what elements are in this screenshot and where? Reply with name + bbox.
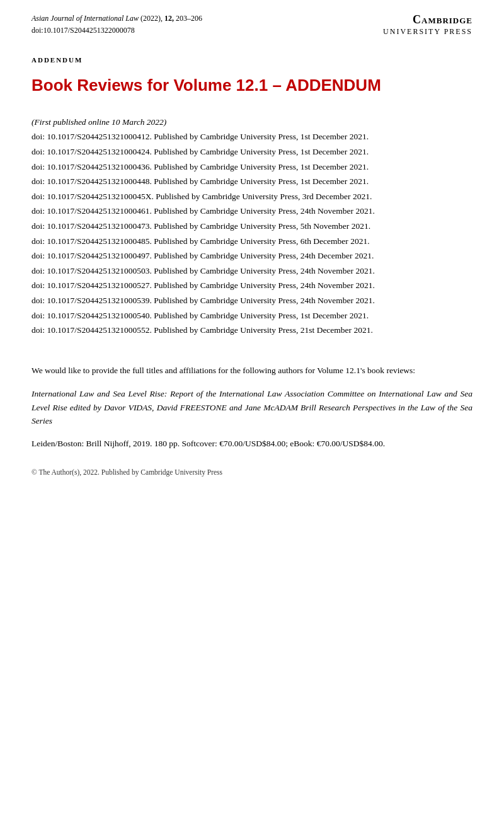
doi-entry-7: doi: 10.1017/S2044251321000473. Publishe… bbox=[32, 219, 472, 233]
journal-title: Asian Journal of International Law (2022… bbox=[32, 14, 202, 23]
footer: © The Author(s), 2022. Published by Camb… bbox=[32, 462, 472, 476]
doi-entry-10: doi: 10.1017/S2044251321000503. Publishe… bbox=[32, 264, 472, 278]
doi-entry-4: doi: 10.1017/S2044251321000448. Publishe… bbox=[32, 175, 472, 188]
header-left: Asian Journal of International Law (2022… bbox=[32, 13, 202, 37]
doi-entry-2: doi: 10.1017/S2044251321000424. Publishe… bbox=[32, 145, 472, 159]
first-published: (First published online 10 March 2022) bbox=[32, 115, 472, 129]
doi-entry-8: doi: 10.1017/S2044251321000485. Publishe… bbox=[32, 234, 472, 248]
section-label: ADDENDUM bbox=[32, 56, 472, 64]
doi-entry-12: doi: 10.1017/S2044251321000539. Publishe… bbox=[32, 294, 472, 308]
doi-list: doi: 10.1017/S2044251321000412. Publishe… bbox=[32, 130, 472, 337]
publication-info: (First published online 10 March 2022) d… bbox=[32, 115, 472, 337]
doi-entry-9: doi: 10.1017/S2044251321000497. Publishe… bbox=[32, 249, 472, 263]
page: Asian Journal of International Law (2022… bbox=[0, 0, 504, 489]
doi-entry-11: doi: 10.1017/S2044251321000527. Publishe… bbox=[32, 279, 472, 292]
doi-entry-14: doi: 10.1017/S2044251321000552. Publishe… bbox=[32, 323, 472, 337]
cambridge-logo: Cambridge University Press bbox=[383, 13, 472, 37]
italic-book-title: International Law and Sea Level Rise: Re… bbox=[32, 387, 472, 428]
header-doi: doi:10.1017/S2044251322000078 bbox=[32, 26, 135, 35]
doi-entry-5: doi: 10.1017/S204425132100045X. Publishe… bbox=[32, 190, 472, 204]
article-title: Book Reviews for Volume 12.1 – ADDENDUM bbox=[32, 75, 472, 96]
doi-entry-6: doi: 10.1017/S2044251321000461. Publishe… bbox=[32, 204, 472, 218]
body-text: We would like to provide the full titles… bbox=[32, 364, 472, 378]
doi-entry-13: doi: 10.1017/S2044251321000540. Publishe… bbox=[32, 309, 472, 323]
copyright-text: © The Author(s), 2022. Published by Camb… bbox=[32, 468, 222, 476]
doi-entry-1: doi: 10.1017/S2044251321000412. Publishe… bbox=[32, 130, 472, 144]
header: Asian Journal of International Law (2022… bbox=[32, 13, 472, 37]
doi-entry-3: doi: 10.1017/S2044251321000436. Publishe… bbox=[32, 160, 472, 174]
price-info: Leiden/Boston: Brill Nijhoff, 2019. 180 … bbox=[32, 437, 472, 451]
